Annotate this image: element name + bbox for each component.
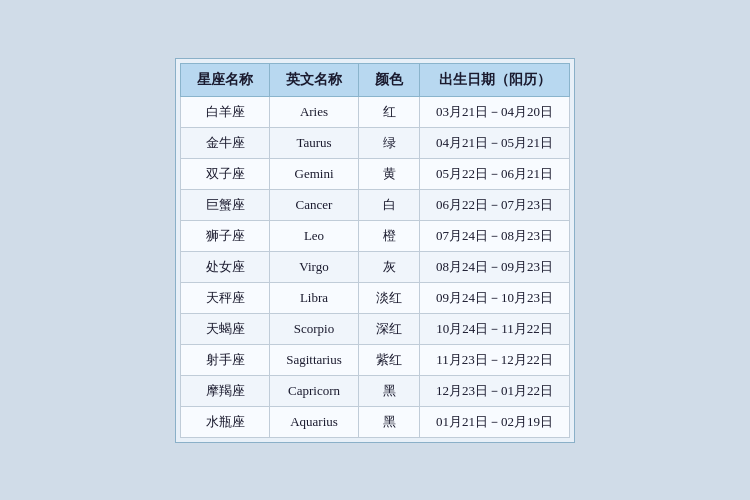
table-header-row: 星座名称 英文名称 颜色 出生日期（阳历） — [181, 63, 570, 96]
cell-zh-name: 金牛座 — [181, 127, 270, 158]
cell-en-name: Taurus — [270, 127, 359, 158]
table-row: 狮子座Leo橙07月24日－08月23日 — [181, 220, 570, 251]
header-zh-name: 星座名称 — [181, 63, 270, 96]
table-row: 双子座Gemini黄05月22日－06月21日 — [181, 158, 570, 189]
cell-zh-name: 巨蟹座 — [181, 189, 270, 220]
cell-color: 黑 — [359, 375, 420, 406]
header-en-name: 英文名称 — [270, 63, 359, 96]
cell-color: 灰 — [359, 251, 420, 282]
cell-en-name: Aquarius — [270, 406, 359, 437]
table-row: 射手座Sagittarius紫红11月23日－12月22日 — [181, 344, 570, 375]
cell-color: 深红 — [359, 313, 420, 344]
header-date: 出生日期（阳历） — [420, 63, 570, 96]
cell-en-name: Aries — [270, 96, 359, 127]
table-row: 白羊座Aries红03月21日－04月20日 — [181, 96, 570, 127]
zodiac-table-container: 星座名称 英文名称 颜色 出生日期（阳历） 白羊座Aries红03月21日－04… — [175, 58, 575, 443]
cell-zh-name: 狮子座 — [181, 220, 270, 251]
cell-zh-name: 天蝎座 — [181, 313, 270, 344]
cell-date: 01月21日－02月19日 — [420, 406, 570, 437]
cell-zh-name: 摩羯座 — [181, 375, 270, 406]
zodiac-table: 星座名称 英文名称 颜色 出生日期（阳历） 白羊座Aries红03月21日－04… — [180, 63, 570, 438]
cell-zh-name: 射手座 — [181, 344, 270, 375]
header-color: 颜色 — [359, 63, 420, 96]
cell-en-name: Gemini — [270, 158, 359, 189]
cell-date: 12月23日－01月22日 — [420, 375, 570, 406]
cell-date: 08月24日－09月23日 — [420, 251, 570, 282]
cell-date: 10月24日－11月22日 — [420, 313, 570, 344]
table-row: 水瓶座Aquarius黑01月21日－02月19日 — [181, 406, 570, 437]
cell-en-name: Scorpio — [270, 313, 359, 344]
cell-date: 07月24日－08月23日 — [420, 220, 570, 251]
cell-color: 黑 — [359, 406, 420, 437]
cell-zh-name: 白羊座 — [181, 96, 270, 127]
table-row: 金牛座Taurus绿04月21日－05月21日 — [181, 127, 570, 158]
cell-zh-name: 双子座 — [181, 158, 270, 189]
cell-en-name: Libra — [270, 282, 359, 313]
cell-en-name: Sagittarius — [270, 344, 359, 375]
cell-color: 橙 — [359, 220, 420, 251]
table-row: 巨蟹座Cancer白06月22日－07月23日 — [181, 189, 570, 220]
cell-color: 红 — [359, 96, 420, 127]
table-row: 摩羯座Capricorn黑12月23日－01月22日 — [181, 375, 570, 406]
cell-en-name: Capricorn — [270, 375, 359, 406]
table-row: 处女座Virgo灰08月24日－09月23日 — [181, 251, 570, 282]
cell-date: 06月22日－07月23日 — [420, 189, 570, 220]
table-row: 天蝎座Scorpio深红10月24日－11月22日 — [181, 313, 570, 344]
cell-color: 绿 — [359, 127, 420, 158]
cell-date: 04月21日－05月21日 — [420, 127, 570, 158]
cell-zh-name: 水瓶座 — [181, 406, 270, 437]
cell-color: 紫红 — [359, 344, 420, 375]
cell-en-name: Cancer — [270, 189, 359, 220]
cell-zh-name: 处女座 — [181, 251, 270, 282]
cell-en-name: Virgo — [270, 251, 359, 282]
cell-zh-name: 天秤座 — [181, 282, 270, 313]
cell-color: 白 — [359, 189, 420, 220]
cell-date: 09月24日－10月23日 — [420, 282, 570, 313]
cell-date: 03月21日－04月20日 — [420, 96, 570, 127]
cell-date: 05月22日－06月21日 — [420, 158, 570, 189]
cell-color: 黄 — [359, 158, 420, 189]
cell-color: 淡红 — [359, 282, 420, 313]
table-row: 天秤座Libra淡红09月24日－10月23日 — [181, 282, 570, 313]
cell-date: 11月23日－12月22日 — [420, 344, 570, 375]
cell-en-name: Leo — [270, 220, 359, 251]
